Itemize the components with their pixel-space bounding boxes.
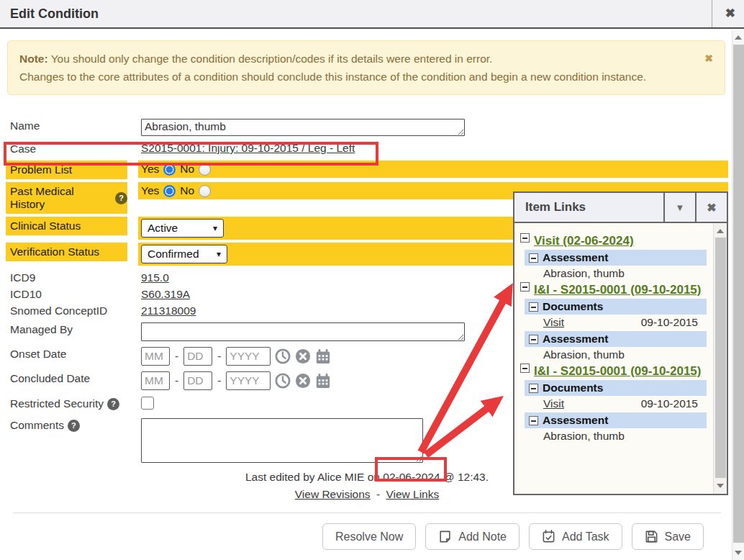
scroll-down-icon[interactable] <box>735 551 742 555</box>
date-separator: - <box>217 350 221 363</box>
tree-section: Documents <box>525 299 707 315</box>
clock-icon[interactable] <box>275 373 291 389</box>
tree-section: Assessment <box>525 250 707 266</box>
icd9-link[interactable]: 915.0 <box>141 271 169 284</box>
add-note-button[interactable]: Add Note <box>425 523 520 550</box>
scroll-down-icon[interactable] <box>717 484 724 488</box>
managed-by-input[interactable] <box>141 322 465 341</box>
titlebar-divider <box>712 0 712 27</box>
clinical-status-value: Active <box>148 222 178 235</box>
view-revisions-link[interactable]: View Revisions <box>295 488 371 500</box>
chevron-down-icon: ▾ <box>217 249 221 259</box>
resolve-now-label: Resolve Now <box>335 530 403 543</box>
tree-item-link[interactable]: Visit <box>543 397 564 410</box>
pmh-yes-radio[interactable] <box>163 185 176 197</box>
problem-list-yes-radio[interactable] <box>163 163 176 176</box>
calendar-icon[interactable] <box>315 348 331 364</box>
clinical-status-select[interactable]: Active ▾ <box>141 219 224 238</box>
scroll-up-icon[interactable] <box>717 229 724 233</box>
case-link[interactable]: S2015-0001: Injury: 09-10-2015 / Leg - L… <box>141 142 355 155</box>
tree-group-link[interactable]: I&I - S2015-0001 (09-10-2015) <box>534 282 701 297</box>
comments-label: Comments <box>10 419 64 432</box>
restricted-security-checkbox[interactable] <box>141 397 154 410</box>
collapse-node-icon[interactable] <box>529 416 538 425</box>
save-button[interactable]: Save <box>632 523 704 550</box>
panel-collapse-icon[interactable]: ▼ <box>663 193 695 222</box>
collapse-node-icon[interactable] <box>520 282 530 292</box>
onset-month-input[interactable] <box>141 347 170 366</box>
help-icon[interactable]: ? <box>115 192 127 204</box>
icd10-link[interactable]: S60.319A <box>141 288 190 301</box>
panel-close-icon[interactable]: ✖ <box>695 193 727 222</box>
yes-label: Yes <box>141 184 159 197</box>
collapse-node-icon[interactable] <box>529 302 538 312</box>
add-task-button[interactable]: Add Task <box>529 523 622 550</box>
onset-day-input[interactable] <box>183 347 212 366</box>
concluded-year-input[interactable] <box>226 371 271 390</box>
snomed-link[interactable]: 211318009 <box>141 304 196 317</box>
no-label: No <box>180 184 194 197</box>
pmh-no-radio[interactable] <box>199 185 211 197</box>
case-label: Case <box>6 140 127 158</box>
tree-item-date: 09-10-2015 <box>641 316 698 329</box>
tree-item: Visit 09-10-2015 <box>543 397 707 410</box>
onset-year-input[interactable] <box>226 347 271 366</box>
scroll-up-icon[interactable] <box>735 35 742 40</box>
tree-section-label: Documents <box>543 300 603 313</box>
resolve-now-button[interactable]: Resolve Now <box>322 523 416 550</box>
icd9-label: ICD9 <box>6 270 127 286</box>
collapse-node-icon[interactable] <box>529 253 538 263</box>
note-line1: You should only change the condition des… <box>48 53 493 65</box>
collapse-node-icon[interactable] <box>529 384 538 393</box>
panel-scrollbar[interactable] <box>713 223 727 494</box>
concluded-date-label: Concluded Date <box>6 369 127 388</box>
problem-list-no-radio[interactable] <box>199 163 211 176</box>
scrollbar-thumb[interactable] <box>733 45 744 543</box>
view-links-link[interactable]: View Links <box>386 488 439 500</box>
note-close-icon[interactable]: ✖ <box>704 50 713 68</box>
tree-item: Abrasion, thumb <box>543 267 707 280</box>
restricted-security-label: Restricted Security <box>10 397 104 410</box>
comments-input[interactable] <box>141 418 423 463</box>
item-links-title: Item Links <box>514 193 663 222</box>
help-icon[interactable]: ? <box>107 398 119 410</box>
save-label: Save <box>665 530 691 543</box>
tree-section-label: Documents <box>543 381 603 394</box>
add-task-label: Add Task <box>562 530 609 543</box>
tree-section: Documents <box>525 380 707 396</box>
clock-icon[interactable] <box>275 348 291 364</box>
problem-list-row: Problem List Yes No <box>6 161 728 179</box>
panel-scrollbar-thumb[interactable] <box>715 238 726 478</box>
verification-status-select[interactable]: Confirmed ▾ <box>141 245 227 263</box>
name-input[interactable]: Abrasion, thumb <box>141 119 465 136</box>
item-links-panel: Item Links ▼ ✖ Visit (02-06-2024) Assess… <box>513 191 728 495</box>
tree-group-link[interactable]: I&I - S2015-0001 (09-10-2015) <box>534 363 701 379</box>
yes-label: Yes <box>141 163 159 176</box>
note-prefix: Note: <box>19 53 48 65</box>
collapse-node-icon[interactable] <box>520 233 530 243</box>
name-row: Name Abrasion, thumb <box>6 117 728 138</box>
calendar-icon[interactable] <box>315 373 331 389</box>
note-line2: Changes to the core attributes of a cond… <box>19 68 667 86</box>
help-icon[interactable]: ? <box>68 420 80 432</box>
managed-by-label: Managed By <box>6 320 127 339</box>
problem-list-label: Problem List <box>6 161 127 179</box>
collapse-node-icon[interactable] <box>520 363 530 373</box>
item-links-tree: Visit (02-06-2024) Assessment Abrasion, … <box>514 223 727 494</box>
tree-section: Assessment <box>525 412 707 428</box>
date-separator: - <box>217 374 221 387</box>
collapse-node-icon[interactable] <box>529 335 538 344</box>
concluded-day-input[interactable] <box>183 371 212 390</box>
clear-date-icon[interactable] <box>295 373 311 389</box>
tree-group-link[interactable]: Visit (02-06-2024) <box>534 233 634 248</box>
dialog-title: Edit Condition <box>0 6 99 22</box>
main-scrollbar[interactable] <box>732 30 744 560</box>
item-links-header: Item Links ▼ ✖ <box>514 193 727 223</box>
note-icon <box>438 530 452 543</box>
concluded-month-input[interactable] <box>141 371 170 390</box>
clear-date-icon[interactable] <box>295 348 311 364</box>
onset-date-label: Onset Date <box>6 345 127 363</box>
tree-item-link[interactable]: Visit <box>543 316 564 329</box>
add-note-label: Add Note <box>458 530 507 543</box>
dialog-close-icon[interactable]: ✖ <box>725 6 735 21</box>
